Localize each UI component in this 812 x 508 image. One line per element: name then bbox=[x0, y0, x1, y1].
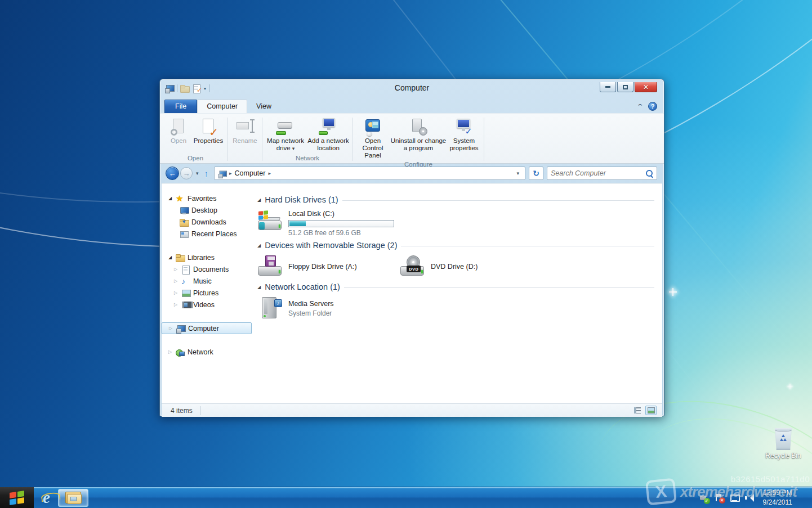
minimize-icon bbox=[605, 86, 610, 88]
uninstall-program-button[interactable]: Uninstall or change a program bbox=[390, 115, 447, 152]
window-controls: ✕ bbox=[599, 82, 657, 92]
rename-button[interactable]: Rename bbox=[230, 115, 260, 145]
tree-expanded-icon[interactable]: ◢ bbox=[167, 196, 173, 201]
collapse-ribbon-icon[interactable]: ⌃ bbox=[636, 103, 644, 110]
ribbon: Open ✓ Properties Open Rename bbox=[160, 113, 664, 164]
section-expanded-icon[interactable]: ◢ bbox=[257, 243, 261, 248]
dvd-badge: DVD bbox=[407, 266, 421, 272]
close-button[interactable]: ✕ bbox=[635, 82, 657, 92]
breadcrumb-computer[interactable]: Computer bbox=[235, 169, 266, 177]
section-header-removable-storage[interactable]: ◢ Devices with Removable Storage (2) bbox=[257, 241, 654, 250]
dvd-drive-item[interactable]: DVD DVD Drive (D:) bbox=[400, 255, 542, 278]
local-disk-item[interactable]: Local Disk (C:) 51.2 GB free of 59.6 GB bbox=[257, 210, 654, 237]
tree-collapsed-icon[interactable]: ▷ bbox=[173, 278, 179, 284]
tab-view[interactable]: View bbox=[247, 100, 280, 113]
recycle-bin-desktop-icon[interactable]: Recycle Bin bbox=[765, 426, 802, 460]
sidebar-item-desktop[interactable]: Desktop bbox=[162, 204, 253, 216]
refresh-button[interactable]: ↻ bbox=[529, 167, 543, 180]
recent-pages-dropdown-icon[interactable]: ▾ bbox=[196, 170, 199, 176]
search-icon[interactable] bbox=[645, 169, 653, 177]
file-explorer-taskbar-button[interactable] bbox=[58, 489, 88, 507]
network-tray-icon[interactable] bbox=[729, 493, 739, 503]
libraries-icon bbox=[176, 253, 185, 262]
add-network-location-button[interactable]: Add a network location bbox=[306, 115, 350, 152]
sidebar-item-computer[interactable]: ▷ Computer bbox=[162, 322, 252, 334]
tree-collapsed-icon[interactable]: ▷ bbox=[173, 290, 179, 295]
sidebar-item-documents[interactable]: ▷ Documents bbox=[162, 263, 253, 275]
taskbar-clock[interactable]: 12:59 PM 9/24/2011 bbox=[760, 488, 796, 506]
back-button[interactable]: ← bbox=[166, 167, 179, 180]
sidebar-item-videos[interactable]: ▷ Videos bbox=[162, 299, 253, 311]
thumbnail-view-button[interactable] bbox=[645, 406, 657, 415]
title-bar[interactable]: ✓ ▾ Computer ✕ bbox=[160, 79, 664, 98]
map-network-drive-icon bbox=[276, 117, 295, 136]
sidebar-item-libraries[interactable]: ◢ Libraries bbox=[162, 251, 253, 263]
desktop-icon bbox=[180, 206, 189, 215]
videos-icon bbox=[181, 300, 190, 309]
system-properties-button[interactable]: ✓ System properties bbox=[447, 115, 481, 152]
tree-collapsed-icon[interactable]: ▷ bbox=[173, 267, 179, 272]
refresh-icon: ↻ bbox=[533, 169, 539, 178]
search-input[interactable] bbox=[551, 169, 645, 177]
tree-collapsed-icon[interactable]: ▷ bbox=[168, 326, 173, 331]
properties-button[interactable]: ✓ Properties bbox=[191, 115, 225, 145]
properties-icon: ✓ bbox=[199, 117, 218, 136]
address-dropdown-icon[interactable]: ▾ bbox=[514, 170, 521, 176]
rename-icon bbox=[235, 117, 255, 136]
start-button[interactable] bbox=[0, 487, 34, 508]
map-network-drive-button[interactable]: Map network drive ▾ bbox=[265, 115, 306, 152]
tree-collapsed-icon[interactable]: ▷ bbox=[167, 349, 173, 354]
minimize-button[interactable] bbox=[600, 82, 616, 92]
sidebar-item-favorites[interactable]: ◢ ★ Favorites bbox=[162, 192, 253, 204]
wallpaper-sparkle bbox=[788, 384, 792, 389]
ribbon-separator bbox=[262, 118, 262, 161]
internet-explorer-taskbar-icon[interactable]: e bbox=[43, 488, 50, 507]
section-expanded-icon[interactable]: ◢ bbox=[257, 197, 261, 203]
ribbon-group-label: Open bbox=[166, 154, 225, 163]
sidebar-item-recent-places[interactable]: Recent Places bbox=[162, 228, 253, 240]
window-title: Computer bbox=[160, 83, 664, 92]
tab-computer[interactable]: Computer bbox=[197, 100, 247, 113]
tab-file[interactable]: File bbox=[164, 100, 197, 113]
sidebar-item-music[interactable]: ▷ ♪ Music bbox=[162, 275, 253, 287]
thumbnail-view-icon bbox=[648, 407, 655, 413]
section-header-network-location[interactable]: ◢ Network Location (1) bbox=[257, 282, 654, 291]
open-control-panel-button[interactable]: Open Control Panel bbox=[355, 115, 390, 160]
maximize-button[interactable] bbox=[617, 82, 633, 92]
help-icon[interactable]: ? bbox=[648, 102, 657, 111]
usb-device-tray-icon[interactable] bbox=[699, 493, 709, 503]
action-center-tray-icon[interactable]: ✕ bbox=[714, 493, 724, 503]
tree-collapsed-icon[interactable]: ▷ bbox=[173, 302, 179, 307]
navigation-pane: ◢ ★ Favorites Desktop Downloads Recent P… bbox=[162, 183, 253, 403]
forward-button[interactable]: → bbox=[180, 167, 193, 179]
system-properties-icon: ✓ bbox=[454, 117, 474, 136]
breadcrumb-arrow-icon[interactable]: ▸ bbox=[229, 170, 232, 176]
media-servers-item[interactable]: ♪ Media Servers System Folder bbox=[257, 297, 400, 320]
sidebar-item-downloads[interactable]: Downloads bbox=[162, 216, 253, 228]
item-count: 4 items bbox=[171, 407, 193, 415]
capacity-bar bbox=[288, 220, 394, 227]
recent-places-icon bbox=[180, 230, 189, 239]
up-button[interactable]: ↑ bbox=[202, 169, 211, 178]
section-expanded-icon[interactable]: ◢ bbox=[257, 285, 261, 290]
tree-expanded-icon[interactable]: ◢ bbox=[167, 255, 173, 260]
floppy-drive-item[interactable]: Floppy Disk Drive (A:) bbox=[257, 255, 400, 278]
volume-tray-icon[interactable] bbox=[744, 493, 755, 503]
media-note-icon: ♪ bbox=[274, 299, 282, 307]
sidebar-item-pictures[interactable]: ▷ Pictures bbox=[162, 287, 253, 299]
floppy-drive-icon bbox=[257, 255, 283, 278]
ribbon-group-network: Map network drive ▾ Add a network locati… bbox=[265, 115, 350, 163]
statusbar-separator bbox=[200, 406, 201, 415]
search-box[interactable] bbox=[547, 167, 657, 180]
ribbon-separator bbox=[353, 118, 353, 161]
navigation-bar: ← → ▾ ↑ ▸ Computer ▸ ▾ ↻ bbox=[160, 164, 664, 183]
open-button[interactable]: Open bbox=[166, 115, 191, 145]
breadcrumb-arrow-icon[interactable]: ▸ bbox=[268, 170, 271, 176]
details-view-button[interactable] bbox=[632, 406, 643, 415]
section-header-hard-disk-drives[interactable]: ◢ Hard Disk Drives (1) bbox=[257, 195, 654, 204]
recycle-bin-icon bbox=[774, 426, 793, 450]
address-bar[interactable]: ▸ Computer ▸ ▾ bbox=[214, 167, 525, 180]
item-type: System Folder bbox=[288, 309, 334, 317]
content-pane: ◢ Hard Disk Drives (1) Local Disk (C:) 5… bbox=[253, 183, 662, 403]
sidebar-item-network[interactable]: ▷ Network bbox=[162, 346, 253, 358]
